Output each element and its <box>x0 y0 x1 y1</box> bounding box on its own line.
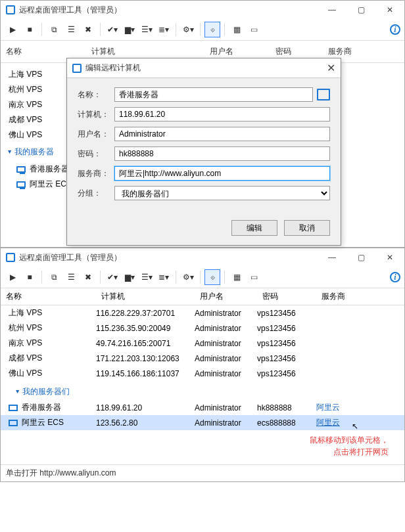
titlebar: 远程桌面管理工具（管理员） — ▢ ✕ <box>1 248 404 267</box>
edit-button[interactable]: 编辑 <box>231 220 277 236</box>
chevron-down-icon: ▸ <box>14 390 22 393</box>
check-icon[interactable]: ✔▾ <box>105 269 120 285</box>
close-button[interactable]: ✕ <box>375 1 404 19</box>
info-icon[interactable]: i <box>390 272 400 282</box>
table-row[interactable]: 成都 VPS171.221.203.130:12063Administrator… <box>1 351 404 366</box>
name-input[interactable] <box>114 87 313 102</box>
table-row[interactable]: 阿里云 ECS 123.56.2.80Administratorecs88888… <box>1 415 404 430</box>
dialog-title: 编辑远程计算机 <box>85 62 321 74</box>
maximize-button[interactable]: ▢ <box>346 1 375 19</box>
header-name[interactable]: 名称 <box>1 288 96 305</box>
monitor-icon <box>16 181 26 188</box>
table-row[interactable]: 佛山 VPS119.145.166.186:11037Administrator… <box>1 366 404 381</box>
windows-icon[interactable]: ▭ <box>246 22 262 37</box>
window-title: 远程桌面管理工具（管理员） <box>19 5 318 16</box>
grid-icon[interactable]: ▦ <box>229 22 245 37</box>
user-input[interactable] <box>114 127 330 141</box>
folder-icon[interactable]: ▆▾ <box>122 269 137 285</box>
column-headers: 名称 计算机 用户名 密码 服务商 <box>1 288 404 305</box>
target-icon[interactable]: ⟐ <box>204 269 220 285</box>
play-icon[interactable]: ▶ <box>5 269 20 285</box>
delete-icon[interactable]: ✖ <box>80 269 96 285</box>
windows-icon[interactable]: ▭ <box>246 269 262 285</box>
provider-input[interactable] <box>114 166 330 181</box>
minimize-button[interactable]: — <box>318 248 346 267</box>
info-icon[interactable]: i <box>390 24 400 35</box>
provider-link[interactable]: 阿里云 <box>316 417 404 428</box>
table-row[interactable]: 上海 VPS116.228.229.37:20701Administratorv… <box>1 305 404 321</box>
target-icon[interactable]: ⟐ <box>204 22 220 37</box>
edit-icon[interactable]: ☰ <box>63 269 79 285</box>
settings-icon[interactable]: ⚙▾ <box>180 22 196 37</box>
monitor-button[interactable] <box>317 89 330 100</box>
app-icon <box>6 5 15 14</box>
check-icon[interactable]: ✔▾ <box>105 22 120 37</box>
cancel-button[interactable]: 取消 <box>284 220 330 236</box>
sort-icon[interactable]: ≣▾ <box>156 22 172 37</box>
edit-dialog: 编辑远程计算机 ✕ 名称： 计算机： 用户名： 密码： <box>66 58 341 246</box>
folder-icon[interactable]: ▆▾ <box>122 22 137 37</box>
list-icon[interactable]: ☰▾ <box>139 22 155 37</box>
header-provider[interactable]: 服务商 <box>316 288 404 305</box>
toolbar: ▶ ■ ⧉ ☰ ✖ ✔▾ ▆▾ ☰▾ ≣▾ ⚙▾ ⟐ ▦ ▭ i <box>1 19 404 41</box>
list-icon[interactable]: ☰▾ <box>139 269 155 285</box>
new-icon[interactable]: ⧉ <box>46 22 62 37</box>
window-title: 远程桌面管理工具（管理员） <box>19 252 318 263</box>
titlebar: 远程桌面管理工具（管理员） — ▢ ✕ <box>1 1 404 19</box>
grid-body: 上海 VPS116.228.229.37:20701Administratorv… <box>1 305 404 430</box>
edit-icon[interactable]: ☰ <box>63 22 79 37</box>
provider-link[interactable]: 阿里云 <box>316 402 404 413</box>
label-computer: 计算机： <box>78 109 114 120</box>
toolbar: ▶ ■ ⧉ ☰ ✖ ✔▾ ▆▾ ☰▾ ≣▾ ⚙▾ ⟐ ▦ ▭ i <box>1 267 404 288</box>
stop-icon[interactable]: ■ <box>22 269 37 285</box>
monitor-icon <box>9 405 18 411</box>
label-provider: 服务商： <box>78 168 114 179</box>
play-icon[interactable]: ▶ <box>5 22 20 37</box>
header-user[interactable]: 用户名 <box>195 288 257 305</box>
table-row[interactable]: 香港服务器 118.99.61.20Administratorhk888888阿… <box>1 400 404 415</box>
grid-icon[interactable]: ▦ <box>229 269 245 285</box>
chevron-down-icon: ▸ <box>7 150 14 154</box>
label-user: 用户名： <box>78 129 114 140</box>
status-bar: 单击打开 http://www.aliyun.com <box>1 464 404 481</box>
minimize-button[interactable]: — <box>318 1 346 19</box>
close-icon[interactable]: ✕ <box>321 59 341 78</box>
close-button[interactable]: ✕ <box>375 248 404 267</box>
maximize-button[interactable]: ▢ <box>346 248 375 267</box>
header-pass[interactable]: 密码 <box>257 288 316 305</box>
label-group: 分组： <box>78 188 114 199</box>
table-row[interactable]: 南京 VPS49.74.216.165:20071Administratorvp… <box>1 336 404 351</box>
settings-icon[interactable]: ⚙▾ <box>180 269 196 285</box>
label-name: 名称： <box>78 89 114 100</box>
app-icon <box>72 64 82 73</box>
delete-icon[interactable]: ✖ <box>80 22 96 37</box>
stop-icon[interactable]: ■ <box>22 22 37 37</box>
monitor-icon <box>9 420 18 426</box>
group-header[interactable]: ▸我的服务器们 <box>1 381 404 400</box>
label-pass: 密码： <box>78 148 114 160</box>
new-icon[interactable]: ⧉ <box>46 269 62 285</box>
group-select[interactable]: 我的服务器们 <box>114 186 330 200</box>
annotation: 鼠标移动到该单元格， 点击将打开网页 <box>1 430 404 464</box>
computer-input[interactable] <box>114 107 330 122</box>
monitor-icon <box>16 166 26 173</box>
password-input[interactable] <box>114 146 330 161</box>
header-computer[interactable]: 计算机 <box>96 288 195 305</box>
sort-icon[interactable]: ≣▾ <box>156 269 172 285</box>
app-icon <box>6 253 15 262</box>
table-row[interactable]: 杭州 VPS115.236.35.90:20049Administratorvp… <box>1 321 404 336</box>
